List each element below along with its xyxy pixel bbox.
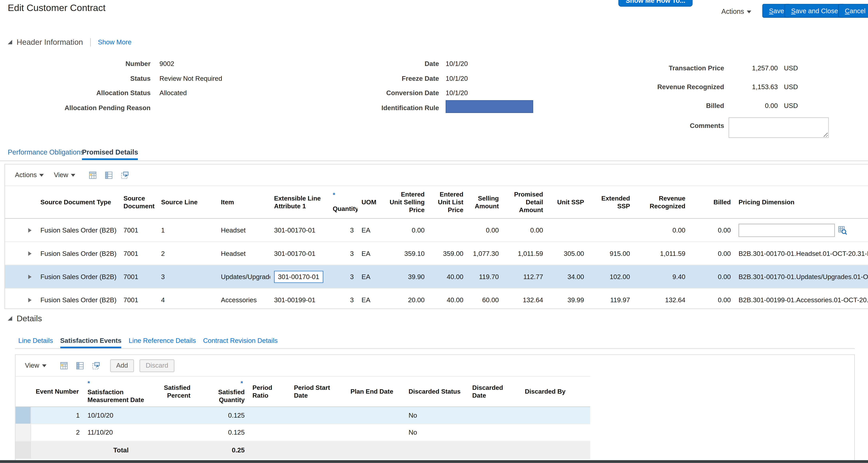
collapse-section-icon[interactable] [8,40,12,44]
column-header-selling-amount[interactable]: Selling Amount [467,186,503,218]
cell-r1-revenue-recognized: 0.00 [634,226,689,234]
promised-details-toolbar: Actions View [5,164,868,186]
column-header-source-document[interactable]: Source Document [120,186,157,218]
comments-input[interactable] [728,117,829,138]
row-selector-cell[interactable] [16,424,31,441]
row-selector-cell [16,441,31,459]
collapse-section-icon[interactable] [8,316,12,320]
save-and-close-button[interactable]: Save and Close [784,4,845,18]
column-header-source-line[interactable]: Source Line [157,186,217,218]
show-more-link[interactable]: Show More [98,38,131,46]
show-me-how-button[interactable]: Show Me How To... [618,0,692,7]
column-header-item[interactable]: Item [217,186,270,218]
cell-r2-entered-unit-list-price: 359.00 [429,249,467,257]
cell-r1-extensible-line-attribute-1: 301-00170-01 [270,226,329,234]
export-to-excel-icon[interactable] [89,171,97,179]
event-row[interactable]: 211/10/200.125No [16,424,590,441]
row-expand-icon[interactable] [28,275,32,279]
table-actions-menu[interactable]: Actions [15,171,44,179]
table-row[interactable]: Fusion Sales Order (B2B)70012Headset301-… [5,242,868,265]
pricing-dimension-input[interactable] [739,223,835,237]
detach-icon[interactable] [121,171,129,179]
table-view-menu[interactable]: View [54,171,75,179]
column-header-discarded-date[interactable]: Discarded Date [468,377,521,407]
column-header-event-number[interactable]: Event Number [31,377,84,407]
cell-r3-source-document: 7001 [120,273,157,280]
tab-performance-obligations[interactable]: Performance Obligations [8,148,84,156]
cell-r4-source-document-type: Fusion Sales Order (B2B) [37,296,120,304]
column-header-period-ratio[interactable]: Period Ratio [249,377,290,407]
tab-satisfaction-events[interactable]: Satisfaction Events [60,337,122,348]
cell-r1-entered-unit-selling-price: 0.00 [385,226,429,234]
table-row[interactable]: Fusion Sales Order (B2B)70011Headset301-… [5,219,868,242]
events-icon-toolbar [60,361,100,370]
discard-label: Discard [146,362,168,369]
detach-icon[interactable] [92,361,100,370]
cell-r4-promised-detail-amount: 132.64 [503,296,547,304]
column-header-extensible-line-attribute-1[interactable]: Extensible Line Attribute 1 [270,186,329,218]
row-selector-cell[interactable] [16,407,31,424]
column-header-discarded-status[interactable]: Discarded Status [405,377,468,407]
cell-r3-source-document-type: Fusion Sales Order (B2B) [37,273,120,280]
tab-line-reference-details[interactable]: Line Reference Details [129,337,196,348]
column-header-entered-unit-selling-price[interactable]: Entered Unit Selling Price [385,186,429,218]
header-information-title: Header Information [17,38,83,47]
column-header-source-document-type[interactable]: Source Document Type [37,186,120,218]
allocation-status-label: Allocation Status [7,89,151,97]
event-cell-r2-satisfaction-measurement-date: 11/10/20 [84,429,158,436]
column-header-extended-ssp[interactable]: Extended SSP [588,186,634,218]
satisfaction-events-toolbar: View Add Discard [16,355,855,376]
freeze-columns-icon[interactable] [76,361,84,370]
freeze-columns-icon[interactable] [105,171,113,179]
column-header-unit-ssp[interactable]: Unit SSP [547,186,588,218]
column-header-period-start-date[interactable]: Period Start Date [290,377,347,407]
cell-r4-pricing-dimension: B2B.301-00199-01.Accessories.01-OCT-20.3… [735,296,868,304]
total-satisfied-quantity: 0.25 [194,446,248,454]
export-to-excel-icon[interactable] [60,361,68,370]
status-label: Status [7,75,151,83]
total-row: Total0.25 [16,441,590,459]
column-header-satisfaction-measurement-date[interactable]: *Satisfaction Measurement Date [84,377,158,407]
tab-line-details[interactable]: Line Details [18,337,53,348]
column-header-entered-unit-list-price[interactable]: Entered Unit List Price [429,186,467,218]
column-header-satisfied-quantity[interactable]: *Satisfied Quantity [194,377,248,407]
details-title: Details [17,313,42,323]
save-and-close-label: Save and Close [791,7,838,15]
page-actions-menu[interactable]: Actions [721,8,751,16]
row-expand-icon[interactable] [28,298,32,302]
column-header-quantity[interactable]: *Quantity [329,186,358,218]
discard-button[interactable]: Discard [140,359,174,372]
cancel-button[interactable]: Cancel [838,4,868,18]
events-view-menu[interactable]: View [25,362,46,369]
cell-r4-source-line: 4 [157,296,217,304]
event-row[interactable]: 110/10/200.125No [16,407,590,424]
column-header-discarded-by[interactable]: Discarded By [521,377,575,407]
date-label: Date [332,60,439,68]
number-value: 9002 [159,60,174,68]
event-cell-r2-discarded-status: No [405,429,468,436]
column-header-plan-end-date[interactable]: Plan End Date [347,377,405,407]
inline-cell-editor[interactable]: 301-00170-01 [274,271,323,283]
add-button[interactable]: Add [110,359,134,372]
column-header-revenue-recognized[interactable]: Revenue Recognized [634,186,689,218]
column-header-pricing-dimension[interactable]: Pricing Dimension [735,186,868,218]
event-cell-r1-discarded-status: No [405,411,468,419]
cell-r1-source-document: 7001 [120,226,157,234]
table-row[interactable]: Fusion Sales Order (B2B)70014Accessories… [5,288,868,309]
row-expand-icon[interactable] [28,228,32,232]
required-indicator: * [333,191,335,199]
cell-r4-unit-ssp: 39.99 [547,296,588,304]
column-header-billed[interactable]: Billed [689,186,735,218]
tab-promised-details[interactable]: Promised Details [82,148,138,160]
cell-r2-promised-detail-amount: 1,011.59 [503,249,547,257]
tab-contract-revision-details[interactable]: Contract Revision Details [203,337,278,348]
row-expand-icon[interactable] [28,251,32,255]
column-header-uom[interactable]: UOM [358,186,385,218]
show-me-how-label: Show Me How To... [626,0,685,4]
search-lov-icon[interactable] [838,226,847,235]
table-row[interactable]: Fusion Sales Order (B2B)70013Updates/Upg… [5,265,868,288]
add-label: Add [116,362,128,369]
column-header-promised-detail-amount[interactable]: Promised Detail Amount [503,186,547,218]
identification-rule-field[interactable] [446,100,533,113]
column-header-satisfied-percent[interactable]: Satisfied Percent [158,377,194,407]
